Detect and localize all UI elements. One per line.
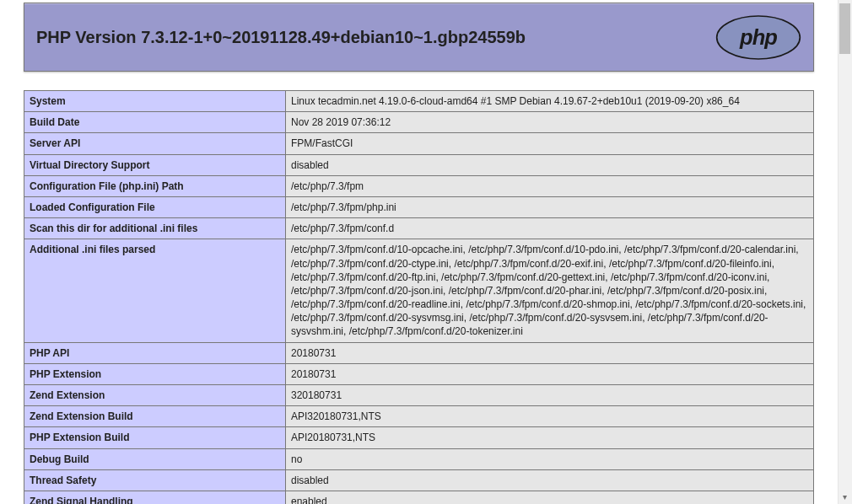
config-value: API320180731,NTS xyxy=(286,406,814,427)
table-row: Configuration File (php.ini) Path/etc/ph… xyxy=(24,175,814,196)
config-value: Nov 28 2019 07:36:12 xyxy=(286,112,814,133)
config-value: /etc/php/7.3/fpm/conf.d xyxy=(286,218,814,239)
table-row: Zend Extension BuildAPI320180731,NTS xyxy=(24,406,814,427)
config-key: Scan this dir for additional .ini files xyxy=(24,218,286,239)
vertical-scrollbar[interactable]: ▴ ▾ xyxy=(838,0,852,504)
config-key: System xyxy=(24,91,286,112)
table-row: PHP Extension BuildAPI20180731,NTS xyxy=(24,427,814,448)
table-row: Thread Safetydisabled xyxy=(24,469,814,491)
table-row: Scan this dir for additional .ini files/… xyxy=(24,218,814,239)
table-row: SystemLinux tecadmin.net 4.19.0-6-cloud-… xyxy=(24,91,814,112)
config-value: 20180731 xyxy=(286,342,814,363)
config-value: 320180731 xyxy=(286,385,814,406)
config-value: disabled xyxy=(286,469,814,491)
config-key: Additional .ini files parsed xyxy=(24,239,286,342)
config-key: Server API xyxy=(24,133,286,154)
table-row: Zend Signal Handlingenabled xyxy=(24,491,814,504)
phpinfo-table: SystemLinux tecadmin.net 4.19.0-6-cloud-… xyxy=(24,90,814,504)
scroll-down-arrow-icon[interactable]: ▾ xyxy=(838,490,852,504)
php-logo-icon: php xyxy=(715,14,801,61)
config-key: PHP API xyxy=(24,342,286,363)
config-value: /etc/php/7.3/fpm/php.ini xyxy=(286,196,814,217)
table-row: PHP Extension20180731 xyxy=(24,363,814,384)
config-value: no xyxy=(286,448,814,469)
table-row: Server APIFPM/FastCGI xyxy=(24,133,814,154)
table-row: Zend Extension320180731 xyxy=(24,385,814,406)
config-value: 20180731 xyxy=(286,363,814,384)
config-value: enabled xyxy=(286,491,814,504)
scrollbar-thumb[interactable] xyxy=(839,3,850,54)
page-title: PHP Version 7.3.12-1+0~20191128.49+debia… xyxy=(36,28,526,47)
config-value: /etc/php/7.3/fpm xyxy=(286,175,814,196)
svg-text:php: php xyxy=(739,25,777,49)
config-key: Build Date xyxy=(24,112,286,133)
config-key: Thread Safety xyxy=(24,469,286,491)
config-value: disabled xyxy=(286,154,814,175)
table-row: PHP API20180731 xyxy=(24,342,814,363)
phpinfo-header: PHP Version 7.3.12-1+0~20191128.49+debia… xyxy=(24,3,814,72)
config-key: Zend Extension xyxy=(24,385,286,406)
table-row: Build DateNov 28 2019 07:36:12 xyxy=(24,112,814,133)
config-value: /etc/php/7.3/fpm/conf.d/10-opcache.ini, … xyxy=(286,239,814,342)
config-key: Virtual Directory Support xyxy=(24,154,286,175)
table-row: Virtual Directory Supportdisabled xyxy=(24,154,814,175)
config-key: Zend Signal Handling xyxy=(24,491,286,504)
table-row: Debug Buildno xyxy=(24,448,814,469)
config-key: Configuration File (php.ini) Path xyxy=(24,175,286,196)
phpinfo-page: PHP Version 7.3.12-1+0~20191128.49+debia… xyxy=(0,0,838,504)
config-key: Zend Extension Build xyxy=(24,406,286,427)
table-row: Loaded Configuration File/etc/php/7.3/fp… xyxy=(24,196,814,217)
config-value: Linux tecadmin.net 4.19.0-6-cloud-amd64 … xyxy=(286,91,814,112)
config-key: Loaded Configuration File xyxy=(24,196,286,217)
table-row: Additional .ini files parsed/etc/php/7.3… xyxy=(24,239,814,342)
config-value: FPM/FastCGI xyxy=(286,133,814,154)
config-key: Debug Build xyxy=(24,448,286,469)
config-key: PHP Extension Build xyxy=(24,427,286,448)
config-key: PHP Extension xyxy=(24,363,286,384)
config-value: API20180731,NTS xyxy=(286,427,814,448)
